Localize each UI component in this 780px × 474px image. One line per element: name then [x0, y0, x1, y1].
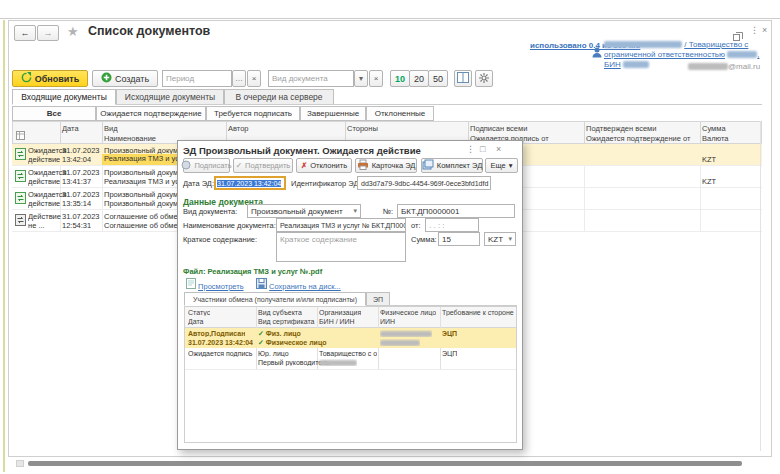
dialog-maximize-icon[interactable]: □ — [480, 145, 485, 154]
check-icon: ✓ — [258, 330, 264, 337]
dialog-close-icon[interactable]: × — [496, 145, 501, 154]
period-picker-button[interactable]: … — [232, 70, 246, 87]
filter-awaiting-confirmation[interactable]: Ожидается подтверждение — [96, 106, 206, 121]
dialog-title: ЭД Произвольный документ. Ожидается дейс… — [183, 145, 421, 156]
currency-combobox[interactable]: KZT ▾ — [484, 232, 516, 246]
doctype-input[interactable]: Вид документа — [268, 70, 354, 87]
pcol-org[interactable]: Организация — [319, 309, 361, 316]
seal-icon — [181, 160, 191, 172]
pcol-bin[interactable]: БИН / ИИН — [319, 318, 355, 325]
row-status: Действие — [28, 212, 61, 221]
page-size-20-button[interactable]: 20 — [409, 70, 429, 87]
pcol-cert[interactable]: Вид сертификата — [258, 318, 315, 325]
tabs-underline — [12, 104, 762, 105]
doc-name-input[interactable]: Реализация ТМЗ и услуг № БКТ.ДП0000001 о… — [276, 218, 406, 232]
tab-incoming[interactable]: Входящие документы — [12, 89, 116, 105]
ed-id-input[interactable]: dd3d7a79-9dbc-4454-969f-0ece3bfd1dfd — [357, 176, 491, 190]
horizontal-scrollbar-thumb[interactable] — [28, 461, 742, 466]
table-settings-icon[interactable] — [16, 126, 25, 144]
back-button[interactable]: ← — [14, 25, 36, 41]
col-confirmed-all[interactable]: Подтвержден всеми — [586, 124, 656, 133]
doc-agreement-icon — [15, 214, 26, 228]
page-size-50-button[interactable]: 50 — [428, 70, 448, 87]
row-currency: KZT — [702, 155, 716, 164]
dropdown-icon: ▾ — [508, 235, 512, 243]
tab-signature[interactable]: ЭП — [366, 292, 390, 306]
row-time: 13:41:37 — [62, 177, 91, 186]
kind-combobox[interactable]: Произвольный документ ▾ — [247, 204, 361, 218]
pcol-person[interactable]: Физическое лицо — [380, 309, 436, 316]
vertical-scrollbar[interactable] — [760, 121, 761, 451]
tab-outgoing[interactable]: Исходящие документы — [116, 89, 224, 105]
filter-need-sign[interactable]: Требуется подписать — [206, 106, 300, 121]
pcol-subject[interactable]: Вид субъекта — [258, 309, 302, 316]
pcol-requirement[interactable]: Требование к стороне — [442, 309, 514, 316]
list-view-button[interactable] — [454, 70, 472, 87]
from-date-input[interactable]: . . : : — [425, 218, 479, 232]
reject-button[interactable]: ✗ Отклонить — [296, 158, 352, 173]
ed-document-dialog: ЭД Произвольный документ. Ожидается дейс… — [177, 140, 523, 450]
row-date: 31.07.2023 — [62, 212, 100, 221]
pcol-status[interactable]: Статус — [188, 309, 210, 316]
view-link[interactable]: Просмотреть — [186, 278, 244, 291]
sign-button[interactable]: Подписать — [183, 158, 230, 173]
forward-icon: → — [44, 28, 53, 38]
doc-name-label: Наименование документа: — [183, 221, 276, 230]
period-clear-button[interactable]: × — [247, 70, 261, 87]
filter-all[interactable]: Все — [12, 106, 96, 121]
filter-completed[interactable]: Завершенные — [300, 106, 366, 121]
row-status2: действие — [28, 199, 60, 208]
more-button[interactable]: Еще▾ — [485, 158, 518, 173]
number-input[interactable]: БКТ.ДП0000001 — [397, 204, 515, 218]
summary-label: Краткое содержание: — [183, 235, 257, 244]
save-to-disk-link[interactable]: Сохранить на диск... — [256, 278, 341, 291]
stack-icon — [422, 159, 434, 172]
participant-row[interactable]: Автор,Подписан 31.07.2023 13:42:04 ✓ Физ… — [185, 328, 516, 348]
refresh-icon — [21, 72, 32, 85]
dialog-menu-icon[interactable]: ⋮ — [466, 145, 475, 154]
favorite-star-icon[interactable]: ★ — [67, 24, 79, 39]
col-parties[interactable]: Стороны — [347, 124, 378, 133]
redacted-org-quoted — [727, 51, 757, 58]
row-status: Ожидается — [28, 190, 67, 199]
col-kind[interactable]: Вид — [104, 124, 118, 133]
col-date[interactable]: Дата — [62, 124, 79, 133]
col-amount[interactable]: Сумма — [702, 124, 726, 133]
settings-button[interactable] — [475, 70, 493, 87]
tab-queue[interactable]: В очереди на сервере — [224, 89, 334, 105]
back-icon: ← — [21, 28, 30, 38]
pcol-date[interactable]: Дата — [188, 318, 204, 325]
create-button[interactable]: Создать — [92, 70, 158, 87]
scroll-left-button[interactable] — [16, 460, 24, 467]
confirm-button[interactable]: ✓ Подтвердить — [233, 158, 293, 173]
col-signed-all[interactable]: Подписан всеми — [470, 124, 527, 133]
tab-participants[interactable]: Участники обмена (получатели и/или подпи… — [184, 292, 366, 306]
redacted-person-iin — [380, 340, 420, 346]
doctype-dropdown-button[interactable]: ▾ — [354, 70, 368, 87]
user-email: @mail.ru — [688, 62, 760, 71]
filter-declined[interactable]: Отклоненные — [366, 106, 434, 121]
row-status2: действие — [28, 155, 60, 164]
page-size-10-button[interactable]: 10 — [390, 70, 410, 87]
refresh-button[interactable]: Обновить — [12, 70, 88, 87]
forward-button[interactable]: → — [37, 25, 59, 41]
col-awaiting-confirm[interactable]: Ожидается подтверждение от — [586, 134, 690, 143]
redacted-org-name — [604, 41, 682, 48]
col-currency[interactable]: Валюта — [702, 134, 729, 143]
reject-icon: ✗ — [301, 161, 307, 170]
number-label: №: — [383, 207, 393, 216]
amount-input[interactable]: 15 — [438, 232, 480, 246]
ed-card-button[interactable]: Карточка ЭД — [355, 158, 417, 173]
period-input[interactable]: Период — [162, 70, 232, 87]
col-name[interactable]: Наименование — [104, 134, 156, 143]
window-close-icon[interactable]: × — [762, 26, 767, 35]
doctype-clear-button[interactable]: × — [369, 70, 383, 87]
window-menu-icon[interactable]: ⋮ — [750, 26, 759, 35]
pcol-iin[interactable]: ИИН — [380, 318, 395, 325]
participant-row[interactable]: Ожидается подпись Юр. лицо Первый руково… — [185, 348, 516, 370]
redacted-org-bin — [623, 61, 649, 68]
summary-textarea[interactable]: Краткое содержание — [276, 232, 406, 262]
ed-date-input[interactable]: 31.07.2023 13:42:04 — [214, 176, 286, 190]
ed-kit-button[interactable]: Комплект ЭД — [421, 158, 483, 173]
col-author[interactable]: Автор — [228, 124, 249, 133]
